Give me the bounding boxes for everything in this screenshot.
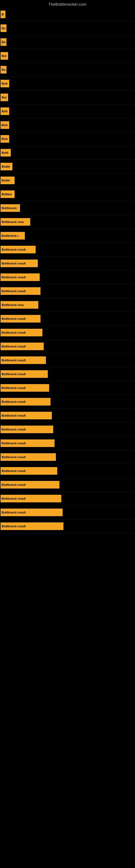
bar-label: Bottleneck resu (1, 218, 30, 226)
bar-label: Bottleneck result (1, 412, 52, 420)
bar-item: Bottleneck resu (1, 300, 134, 310)
bar-label: Bottleneck result (1, 287, 41, 295)
bar-row: Bottleneck result (0, 326, 135, 340)
bar-row: Bottleneck result (0, 492, 135, 506)
bar-row: Bottleneck result (0, 271, 135, 284)
bar-row: Bo (0, 63, 135, 77)
site-title: TheBottlenecker.com (0, 0, 135, 8)
bar-row: Bottleneck result (0, 367, 135, 381)
bar-row: Bottleneck result (0, 409, 135, 423)
bar-row: Bottleneck result (0, 464, 135, 478)
bar-row: Bott (0, 118, 135, 132)
bar-row: Bott (0, 77, 135, 91)
bar-label: Bottleneck result (1, 356, 46, 364)
bar-item: Bott (1, 78, 134, 89)
bar-item: Bot (1, 51, 134, 61)
bar-label: Bottlen (1, 190, 14, 198)
bar-label: Bo (1, 66, 6, 73)
bar-label: Bottleneck result (1, 246, 36, 253)
bar-item: Bottleneck result (1, 465, 134, 476)
bar-item: Bot (1, 92, 134, 103)
bar-row: Bottleneck result (0, 353, 135, 367)
bar-row: Bottleneck result (0, 436, 135, 450)
bar-label: Bottleneck result (1, 467, 57, 475)
bar-item: Bott (1, 106, 134, 117)
bar-label: Bottleneck result (1, 439, 54, 447)
bar-label: Bottleneck result (1, 343, 44, 350)
bar-label: Bot (1, 52, 8, 60)
bar-label: Bottleneck result (1, 329, 42, 336)
bar-item: Bottleneck result (1, 272, 134, 283)
bar-item: Bott (1, 133, 134, 144)
bar-row: Bottleneck result (0, 423, 135, 436)
bar-label: Bottleneck result (1, 508, 63, 516)
bar-label: Bottleneck r (1, 232, 25, 240)
bar-item: Bottleneck result (1, 313, 134, 324)
bar-item: Bottleneck result (1, 410, 134, 421)
bar-row: Bottleneck result (0, 450, 135, 464)
bar-item: Bottleneck result (1, 396, 134, 407)
bar-item: Bottleneck result (1, 244, 134, 255)
bar-item: Bottleneck result (1, 479, 134, 490)
bar-row: Bottle (0, 174, 135, 187)
bar-item: Bottleneck result (1, 507, 134, 518)
bar-item: Bottleneck result (1, 521, 134, 532)
bar-row: Bottlen (0, 187, 135, 201)
bar-item: Bottleneck result (1, 382, 134, 393)
bar-label: Bottleneck result (1, 481, 59, 489)
bar-label: Bottleneck result (1, 398, 50, 405)
bar-row: Bottl (0, 146, 135, 160)
bar-label: Bottleneck result (1, 384, 49, 392)
bar-row: Bottleneck resu (0, 215, 135, 229)
bar-item: Bottleneck r (1, 230, 134, 241)
bar-item: Bottleneck result (1, 355, 134, 366)
bar-label: Bottleneck result (1, 522, 63, 530)
bar-item: Bottleneck result (1, 369, 134, 379)
bar-label: Bottleneck (1, 204, 20, 212)
bar-row: Bot (0, 49, 135, 63)
bar-label: Bottleneck result (1, 370, 48, 378)
bars-container: BBoBoBotBoBottBotBottBottBottBottlBottle… (0, 8, 135, 533)
bar-row: B (0, 8, 135, 22)
bar-item: Bottl (1, 147, 134, 158)
bar-label: Bottle (1, 177, 14, 184)
bar-item: Bo (1, 37, 134, 48)
bar-item: Bottle (1, 161, 134, 172)
bar-row: Bottleneck result (0, 312, 135, 326)
bar-label: Bott (1, 135, 9, 143)
bar-label: Bottle (1, 163, 12, 170)
bar-item: Bottleneck (1, 203, 134, 214)
bar-row: Bottleneck r (0, 229, 135, 243)
bar-item: Bottleneck result (1, 258, 134, 269)
bar-row: Bott (0, 104, 135, 118)
bar-row: Bot (0, 91, 135, 104)
bar-item: Bo (1, 23, 134, 34)
bar-row: Bottleneck result (0, 395, 135, 409)
bar-label: Bot (1, 94, 8, 101)
bar-label: B (1, 10, 5, 18)
bar-item: Bott (1, 120, 134, 130)
bar-item: Bottle (1, 175, 134, 186)
bar-item: Bottleneck result (1, 286, 134, 297)
bar-label: Bo (1, 38, 6, 46)
bar-row: Bottleneck result (0, 520, 135, 533)
bar-label: Bottleneck result (1, 453, 56, 461)
bar-label: Bott (1, 107, 9, 115)
bar-label: Bottleneck resu (1, 301, 38, 309)
bar-row: Bottleneck result (0, 340, 135, 353)
bar-label: Bottl (1, 149, 11, 156)
bar-item: Bo (1, 64, 134, 75)
bar-item: Bottleneck result (1, 438, 134, 448)
bar-row: Bottleneck result (0, 381, 135, 395)
bar-item: Bottleneck resu (1, 216, 134, 227)
bar-row: Bo (0, 22, 135, 35)
bar-row: Bottleneck (0, 201, 135, 215)
bar-row: Bottleneck result (0, 506, 135, 520)
bar-label: Bottleneck result (1, 495, 61, 502)
bar-item: Bottleneck result (1, 452, 134, 463)
bar-label: Bo (1, 24, 6, 32)
bar-row: Bo (0, 35, 135, 49)
bar-item: Bottleneck result (1, 327, 134, 338)
bar-label: Bottleneck result (1, 259, 38, 267)
bar-item: Bottleneck result (1, 341, 134, 352)
